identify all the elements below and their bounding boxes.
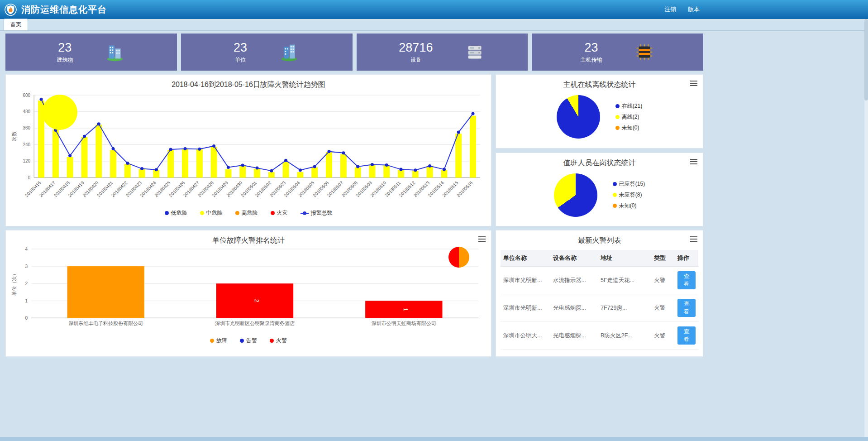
legend-dot xyxy=(240,339,244,343)
column-header-unit: 单位名称 xyxy=(501,250,550,267)
address-cell: 5F走道天花... xyxy=(598,267,651,294)
legend-label: 未应答(8) xyxy=(619,191,642,199)
duty-status-panel: 值班人员在岗状态统计 已应答(15) 未应答(8) 未知(0) xyxy=(496,153,703,227)
view-button[interactable]: 查看 xyxy=(677,271,696,289)
legend-dot xyxy=(270,339,274,343)
organization-building-icon xyxy=(279,42,300,62)
view-button[interactable]: 查看 xyxy=(677,299,696,317)
legend-label: 报警总数 xyxy=(311,209,333,217)
svg-text:深圳市公明天虹商场有限公司: 深圳市公明天虹商场有限公司 xyxy=(372,321,436,326)
legend-label: 离线(2) xyxy=(622,113,639,121)
legend-label: 告警 xyxy=(246,337,257,345)
svg-text:1: 1 xyxy=(25,298,28,303)
stat-cards-row: 23 建筑物 23 单位 xyxy=(5,34,703,71)
legend-label: 火警 xyxy=(276,337,287,345)
vertical-scrollbar[interactable] xyxy=(864,19,868,437)
legend-item-fire[interactable]: 火灾 xyxy=(271,209,288,217)
column-header-action: 操作 xyxy=(675,250,698,267)
host-status-title: 主机在线离线状态统计 xyxy=(501,79,698,90)
duty-status-legend: 已应答(15) 未应答(8) 未知(0) xyxy=(613,180,645,210)
svg-text:2: 2 xyxy=(253,299,260,302)
buildings-count: 23 xyxy=(57,41,73,55)
units-label: 单位 xyxy=(234,56,247,64)
svg-text:单位（次）: 单位（次） xyxy=(11,271,17,296)
tab-home[interactable]: 首页 xyxy=(4,19,28,30)
legend-item-unknown[interactable]: 未知(0) xyxy=(613,202,645,210)
legend-item-fault[interactable]: 故障 xyxy=(210,337,227,345)
legend-dot xyxy=(613,193,617,197)
legend-item-unknown[interactable]: 未知(0) xyxy=(615,124,642,132)
address-cell: 7F729房... xyxy=(598,294,651,322)
alarm-table-panel: 最新火警列表 单位名称 设备名称 地址 类型 操作 深圳市光明新... 水流指示… xyxy=(496,230,703,357)
app-title: 消防运维信息化平台 xyxy=(21,4,107,16)
legend-dot xyxy=(613,204,617,208)
building-icon xyxy=(105,42,125,62)
duty-status-pie xyxy=(554,173,597,217)
view-button[interactable]: 查看 xyxy=(677,326,696,345)
devices-count: 28716 xyxy=(399,41,433,55)
horizontal-scrollbar[interactable] xyxy=(0,437,868,441)
legend-label: 故障 xyxy=(216,337,227,345)
legend-label: 未知(0) xyxy=(622,124,639,132)
host-transmission-label: 主机传输 xyxy=(581,56,602,64)
svg-text:0: 0 xyxy=(25,316,28,321)
legend-label: 未知(0) xyxy=(619,202,637,210)
device-cell: 水流指示器... xyxy=(550,267,598,294)
trend-chart-panel: 2018-04-16到2018-05-16日故障火警统计趋势图 01202403… xyxy=(5,74,491,226)
unit-cell: 深圳市公明天... xyxy=(501,322,550,350)
menu-icon[interactable] xyxy=(690,235,697,243)
ranking-chart-panel: 单位故障火警排名统计 01234深圳东维丰电子科技股份有限公司2深圳市光明新区公… xyxy=(5,230,491,357)
legend-dot xyxy=(615,115,620,119)
menu-icon[interactable] xyxy=(690,158,697,166)
legend-item-fire-alarm[interactable]: 火警 xyxy=(270,337,287,345)
version-link[interactable]: 版本 xyxy=(688,5,700,14)
svg-text:1: 1 xyxy=(402,308,409,311)
host-status-legend: 在线(21) 离线(2) 未知(0) xyxy=(615,102,642,132)
type-cell: 火警 xyxy=(651,322,675,350)
ranking-legend: 故障 告警 火警 xyxy=(10,337,486,345)
legend-item-offline[interactable]: 离线(2) xyxy=(615,113,642,121)
table-row: 深圳市公明天... 光电感烟探... B防火区2F... 火警 查看 xyxy=(501,322,698,350)
legend-item-answered[interactable]: 已应答(15) xyxy=(613,180,645,188)
legend-item-high-risk[interactable]: 高危险 xyxy=(235,209,258,217)
legend-item-unanswered[interactable]: 未应答(8) xyxy=(613,191,645,199)
host-transmission-count: 23 xyxy=(581,41,602,55)
host-status-pie xyxy=(557,95,600,139)
svg-text:360: 360 xyxy=(23,125,30,130)
legend-label: 在线(21) xyxy=(622,102,642,110)
logout-link[interactable]: 注销 xyxy=(664,5,676,14)
table-row: 深圳市光明新... 水流指示器... 5F走道天花... 火警 查看 xyxy=(501,267,698,294)
svg-text:480: 480 xyxy=(23,109,30,114)
legend-item-warning[interactable]: 告警 xyxy=(240,337,257,345)
legend-label: 高危险 xyxy=(242,209,258,217)
scrollbar-thumb[interactable] xyxy=(864,19,868,101)
menu-icon[interactable] xyxy=(690,79,697,87)
legend-item-low-risk[interactable]: 低危险 xyxy=(165,209,187,217)
svg-text:120: 120 xyxy=(23,158,30,163)
devices-label: 设备 xyxy=(399,56,433,64)
legend-dot xyxy=(200,211,204,215)
buildings-label: 建筑物 xyxy=(57,56,73,64)
legend-dot xyxy=(615,126,620,130)
ranking-chart: 01234深圳东维丰电子科技股份有限公司2深圳市光明新区公明聚泉湾商务酒店1深圳… xyxy=(10,245,486,336)
app-logo-shield-icon xyxy=(5,4,17,16)
device-cell: 光电感烟探... xyxy=(550,322,598,350)
svg-text:4: 4 xyxy=(25,247,28,252)
legend-dot xyxy=(303,211,306,215)
host-status-panel: 主机在线离线状态统计 在线(21) 离线(2) 未知(0) xyxy=(496,74,703,149)
trend-chart: 0120240360480600201804162018041720180418… xyxy=(10,90,486,208)
column-header-type: 类型 xyxy=(651,250,675,267)
type-cell: 火警 xyxy=(651,267,675,294)
legend-dot xyxy=(235,211,239,215)
legend-item-online[interactable]: 在线(21) xyxy=(615,102,642,110)
legend-item-mid-risk[interactable]: 中危险 xyxy=(200,209,223,217)
trend-chart-title: 2018-04-16到2018-05-16日故障火警统计趋势图 xyxy=(10,79,486,90)
svg-text:深圳市光明新区公明聚泉湾商务酒店: 深圳市光明新区公明聚泉湾商务酒店 xyxy=(215,321,295,326)
svg-text:0: 0 xyxy=(28,175,31,180)
svg-text:3: 3 xyxy=(25,264,28,269)
menu-icon[interactable] xyxy=(478,235,486,243)
trend-overlay-pie xyxy=(42,95,77,130)
legend-dot xyxy=(271,211,275,215)
legend-item-alarm-total[interactable]: 报警总数 xyxy=(300,209,333,217)
legend-dot xyxy=(165,211,169,215)
